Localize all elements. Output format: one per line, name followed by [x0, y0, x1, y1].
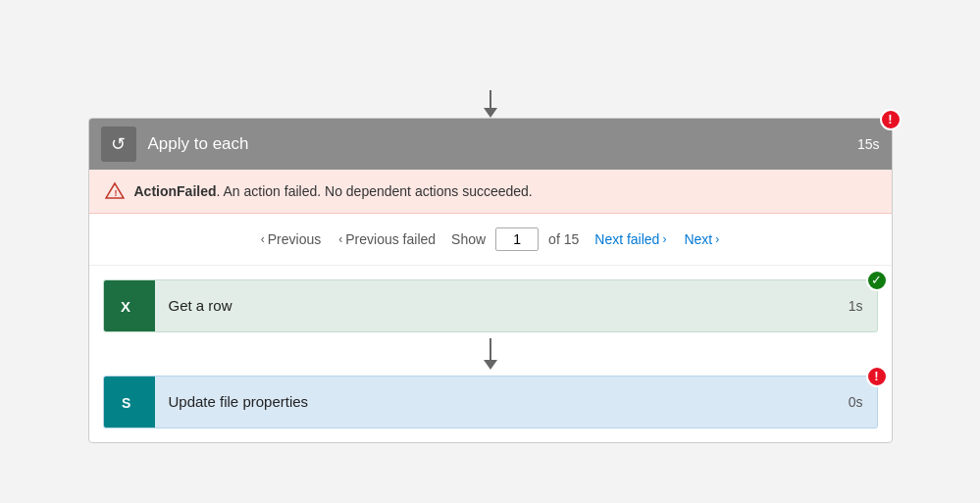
error-banner: ! ActionFailed. An action failed. No dep…	[89, 170, 892, 214]
svg-marker-6	[484, 360, 497, 370]
next-button[interactable]: Next ›	[678, 227, 725, 251]
svg-text:S: S	[122, 395, 130, 411]
next-failed-button[interactable]: Next failed ›	[589, 227, 672, 251]
get-a-row-label: Get a row	[155, 297, 835, 314]
warning-icon: !	[105, 181, 125, 201]
next-chevron: ›	[715, 232, 719, 246]
get-a-row-time: 1s	[835, 298, 877, 314]
update-file-label: Update file properties	[155, 393, 835, 410]
previous-button[interactable]: ‹ Previous	[255, 227, 327, 251]
header-error-badge: !	[880, 109, 902, 130]
card-title: Apply to each	[148, 134, 857, 154]
next-label: Next	[684, 231, 712, 247]
show-label: Show	[451, 231, 486, 247]
pagination-row: ‹ Previous ‹ Previous failed Show of 15 …	[89, 214, 892, 266]
next-failed-label: Next failed	[594, 231, 659, 247]
sharepoint-icon: S	[116, 388, 143, 416]
excel-icon-box: X	[104, 280, 155, 331]
error-title: ActionFailed	[134, 183, 217, 199]
previous-chevron: ‹	[261, 232, 265, 246]
page-input[interactable]	[495, 227, 539, 251]
top-arrow	[88, 90, 893, 118]
get-a-row-action[interactable]: X Get a row 1s	[103, 279, 878, 332]
of-total: of 15	[548, 231, 579, 247]
update-file-time: 0s	[835, 394, 877, 410]
middle-arrow	[103, 332, 878, 376]
error-text: ActionFailed. An action failed. No depen…	[134, 183, 533, 199]
previous-label: Previous	[268, 231, 321, 247]
next-failed-chevron: ›	[662, 232, 666, 246]
card-header: ↺ Apply to each 15s	[89, 119, 892, 170]
update-file-action[interactable]: S Update file properties 0s	[103, 376, 878, 428]
apply-to-each-card: ! ↺ Apply to each 15s ! ActionFailed. An…	[88, 118, 893, 443]
previous-failed-label: Previous failed	[345, 231, 436, 247]
previous-failed-button[interactable]: ‹ Previous failed	[333, 227, 441, 251]
get-a-row-container: X Get a row 1s ✓	[103, 279, 878, 332]
prev-failed-chevron: ‹	[338, 232, 342, 246]
svg-marker-1	[484, 108, 497, 118]
svg-text:X: X	[121, 298, 130, 315]
excel-icon: X	[116, 292, 143, 320]
card-body: X Get a row 1s ✓	[89, 266, 892, 442]
loop-icon: ↺	[101, 126, 136, 162]
update-file-error-badge: !	[866, 366, 888, 387]
get-a-row-success-badge: ✓	[866, 270, 888, 291]
update-file-container: S Update file properties 0s !	[103, 376, 878, 428]
sharepoint-icon-box: S	[104, 377, 155, 428]
svg-text:!: !	[114, 188, 117, 198]
card-time: 15s	[857, 136, 880, 152]
